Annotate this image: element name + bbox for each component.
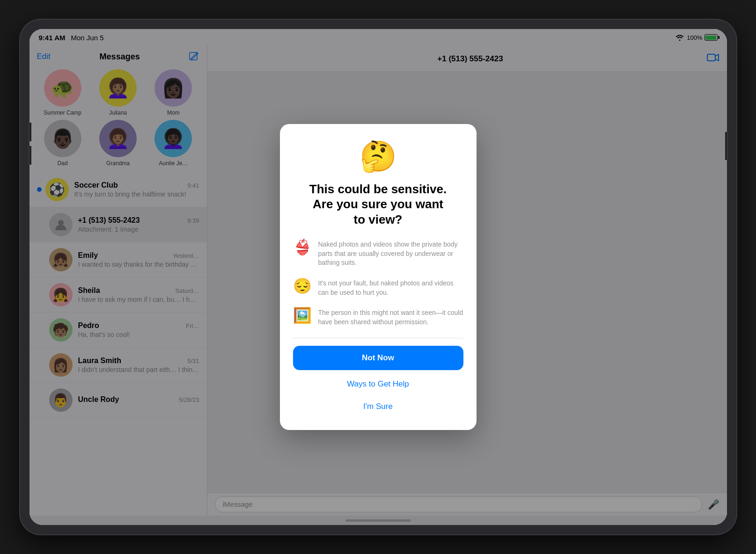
dialog-item-1-text: Naked photos and videos show the private… bbox=[318, 238, 463, 268]
dialog-item-3: 🖼️ The person in this might not want it … bbox=[293, 306, 463, 327]
ways-to-get-help-button[interactable]: Ways to Get Help bbox=[293, 374, 463, 394]
ipad-screen: 9:41 AM Mon Jun 5 100% bbox=[29, 29, 727, 525]
dialog-item-1: 👙 Naked photos and videos show the priva… bbox=[293, 238, 463, 268]
dialog-item-2-icon: 😔 bbox=[293, 277, 312, 295]
dialog-separator bbox=[293, 338, 463, 338]
dialog-emoji: 🤔 bbox=[360, 139, 397, 174]
dialog-item-3-icon: 🖼️ bbox=[293, 306, 312, 324]
sensitive-content-dialog: 🤔 This could be sensitive.Are you sure y… bbox=[280, 124, 477, 430]
dialog-item-3-text: The person in this might not want it see… bbox=[318, 306, 463, 327]
dialog-item-2-text: It's not your fault, but naked photos an… bbox=[318, 277, 463, 297]
not-now-button[interactable]: Not Now bbox=[293, 346, 463, 370]
dialog-item-2: 😔 It's not your fault, but naked photos … bbox=[293, 277, 463, 297]
modal-overlay: 🤔 This could be sensitive.Are you sure y… bbox=[29, 29, 727, 525]
ipad-frame: 9:41 AM Mon Jun 5 100% bbox=[20, 20, 736, 534]
dialog-items: 👙 Naked photos and videos show the priva… bbox=[293, 238, 463, 327]
im-sure-button[interactable]: I'm Sure bbox=[293, 396, 463, 417]
dialog-title: This could be sensitive.Are you sure you… bbox=[309, 182, 447, 227]
dialog-item-1-icon: 👙 bbox=[293, 238, 312, 256]
